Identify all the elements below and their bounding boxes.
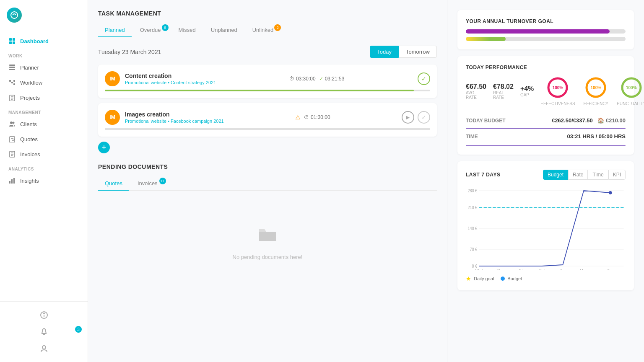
projects-icon <box>8 94 16 101</box>
svg-point-49 <box>609 191 612 194</box>
svg-text:Fri: Fri <box>519 269 523 270</box>
chart-section: LAST 7 DAYS Budget Rate Time KPI 280 € 2… <box>457 161 634 290</box>
svg-rect-24 <box>9 181 10 184</box>
task-1-avatar: IM <box>105 71 120 86</box>
sidebar-item-workflow[interactable]: Workflow <box>0 75 88 90</box>
svg-rect-11 <box>13 83 15 85</box>
task-2-avatar: IM <box>105 110 120 125</box>
efficiency-metric: 100% EFFICIENCY <box>584 76 608 106</box>
sidebar-item-planner[interactable]: Planner <box>0 60 88 75</box>
chart-tab-time[interactable]: Time <box>588 170 608 180</box>
sidebar-item-invoices[interactable]: Invoices <box>0 147 88 162</box>
task-2-actions: ▶ ✓ <box>402 111 430 124</box>
workflow-icon <box>8 79 16 86</box>
sidebar-item-clients[interactable]: Clients <box>0 116 88 132</box>
chart-svg: 280 € 210 € 140 € 70 € 0 € <box>466 186 626 270</box>
notification-count: 3 <box>75 326 82 333</box>
svg-point-31 <box>42 346 46 349</box>
tab-quotes[interactable]: Quotes <box>98 177 129 191</box>
svg-text:70 €: 70 € <box>470 247 478 252</box>
svg-rect-4 <box>13 41 15 44</box>
sidebar-item-projects[interactable]: Projects <box>0 90 88 105</box>
info-button[interactable] <box>0 307 88 323</box>
sidebar-item-insights-label: Insights <box>20 178 39 184</box>
task-2-name: Images creation <box>125 111 224 118</box>
effectiveness-metric: 100% EFFECTIVENESS <box>540 76 575 106</box>
task-tabs: Planned Overdue 6 Missed Unplanned Unlin… <box>98 23 437 37</box>
task-1-progress <box>105 90 430 91</box>
tab-unlinked[interactable]: Unlinked 2 <box>246 23 283 37</box>
effectiveness-value: 100% <box>553 85 564 90</box>
svg-text:280 €: 280 € <box>468 189 478 194</box>
budget-row: TODAY BUDGET €262.50/€337.50 🏠 €210.00 <box>466 113 626 128</box>
chart-legend: ★ Daily goal Budget <box>466 275 626 282</box>
efficiency-label: EFFICIENCY <box>584 101 608 106</box>
pending-tabs: Quotes Invoices 11 <box>98 177 437 191</box>
punctuality-label: PUNCTUALITY <box>617 101 644 106</box>
budget-label: TODAY BUDGET <box>466 118 505 124</box>
svg-rect-7 <box>9 69 15 70</box>
invoices-icon <box>8 150 16 158</box>
tomorrow-button[interactable]: Tomorrow <box>399 46 437 58</box>
pending-documents-section: PENDING DOCUMENTS Quotes Invoices 11 <box>98 163 437 285</box>
legend-daily-goal: ★ Daily goal <box>466 275 494 282</box>
sidebar-item-insights[interactable]: Insights <box>0 173 88 188</box>
avg-rate-metric: €67.50 AVG. RATE <box>466 83 486 100</box>
effectiveness-label: EFFECTIVENESS <box>540 101 575 106</box>
main-content: TASK MANAGEMENT Planned Overdue 6 Missed… <box>88 0 644 362</box>
notifications-button[interactable]: 3 <box>0 323 88 340</box>
task-1-actions: ✓ <box>418 72 430 85</box>
sidebar-item-quotes[interactable]: Quotes <box>0 132 88 147</box>
task-1-complete-button[interactable]: ✓ <box>418 72 430 85</box>
sidebar-bottom: 3 <box>0 301 88 362</box>
task-card-1: IM Content creation Promotional website … <box>98 65 437 98</box>
task-2-meta: Promotional website • Facebook campaign … <box>125 119 224 124</box>
punctuality-metric: 100% PUNCTUALITY <box>617 76 644 106</box>
task-2-complete-button[interactable]: ✓ <box>418 111 430 124</box>
task-2-progress <box>105 128 430 130</box>
overdue-badge: 6 <box>162 24 169 31</box>
svg-point-16 <box>10 122 13 124</box>
sidebar-item-planner-label: Planner <box>20 65 39 71</box>
real-rate-metric: €78.02 REAL RATE <box>493 83 514 100</box>
budget-dot <box>501 277 505 281</box>
punctuality-value: 100% <box>626 85 637 90</box>
task-1-time-target: ✓ 03:21:53 <box>319 76 345 82</box>
chart-area: 280 € 210 € 140 € 70 € 0 € <box>466 186 626 270</box>
chart-tab-rate[interactable]: Rate <box>568 170 588 180</box>
today-button[interactable]: Today <box>370 46 399 58</box>
svg-point-17 <box>13 122 15 124</box>
chart-title: LAST 7 DAYS <box>466 172 500 178</box>
tab-missed[interactable]: Missed <box>172 23 203 37</box>
turnover-bar-2-track <box>466 37 626 41</box>
planner-icon <box>8 64 16 71</box>
task-2-play-button[interactable]: ▶ <box>402 111 414 124</box>
tab-planned[interactable]: Planned <box>98 23 132 37</box>
app-logo <box>7 8 22 23</box>
tab-unplanned[interactable]: Unplanned <box>204 23 244 37</box>
sidebar-item-projects-label: Projects <box>20 95 40 101</box>
add-task-button[interactable]: + <box>98 142 110 153</box>
efficiency-value: 100% <box>591 85 602 90</box>
tab-invoices[interactable]: Invoices 11 <box>131 177 168 191</box>
svg-rect-9 <box>11 82 13 83</box>
svg-text:Wed: Wed <box>475 269 483 270</box>
tab-overdue[interactable]: Overdue 6 <box>133 23 170 37</box>
folder-icon <box>257 224 278 249</box>
svg-text:140 €: 140 € <box>468 226 478 231</box>
quotes-icon <box>8 135 16 143</box>
user-button[interactable] <box>0 340 88 357</box>
performance-section: TODAY PERFORMANCE €67.50 AVG. RATE €78.0… <box>457 56 634 155</box>
sidebar-item-clients-label: Clients <box>20 121 37 127</box>
svg-text:210 €: 210 € <box>468 205 478 210</box>
sidebar: Dashboard WORK Planner Workflow Projects… <box>0 0 88 362</box>
chart-tab-kpi[interactable]: KPI <box>608 170 626 180</box>
task-card-2-header: IM Images creation Promotional website •… <box>105 110 430 125</box>
chart-tab-budget[interactable]: Budget <box>543 170 568 180</box>
punctuality-donut: 100% <box>620 76 643 99</box>
pending-documents-title: PENDING DOCUMENTS <box>98 163 437 170</box>
turnover-bar-2-fill <box>466 37 506 41</box>
sidebar-item-dashboard[interactable]: Dashboard <box>0 34 88 49</box>
turnover-bar-1-track <box>466 29 626 34</box>
task-1-time-tracked: ⏱ 03:30:00 <box>289 76 316 82</box>
